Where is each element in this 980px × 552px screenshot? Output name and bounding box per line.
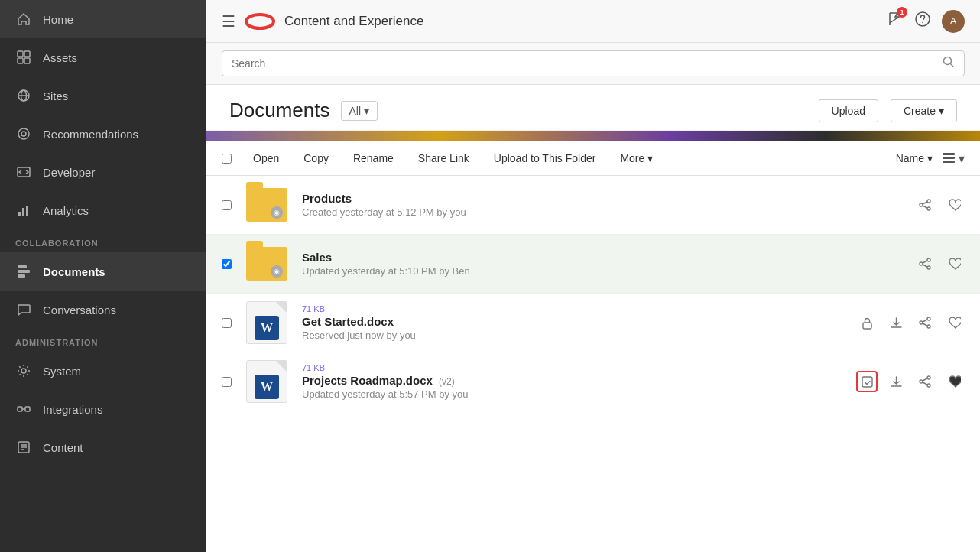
share-action-button[interactable] — [914, 194, 936, 216]
heart-icon — [947, 375, 961, 388]
file-list: ◉ Products Created yesterday at 5:12 PM … — [206, 176, 980, 552]
collaboration-section-label: COLLABORATION — [0, 229, 206, 252]
file-meta: Updated yesterday at 5:10 PM by Ben — [302, 265, 902, 277]
sidebar-item-system-label: System — [43, 365, 81, 378]
sidebar-item-home[interactable]: Home — [0, 0, 206, 38]
svg-point-24 — [246, 15, 274, 28]
upload-button[interactable]: Upload — [819, 99, 878, 122]
open-button[interactable]: Open — [242, 148, 290, 169]
view-toggle-button[interactable]: ▾ — [940, 150, 965, 167]
checkout-icon — [861, 375, 874, 388]
sidebar-item-recommendations[interactable]: Recommendations — [0, 115, 206, 153]
file-info: 71 KB Projects Roadmap.docx (v2) Updated… — [302, 363, 844, 400]
download-action-button[interactable] — [885, 371, 907, 392]
svg-rect-42 — [863, 323, 871, 329]
table-row: ◉ Products Created yesterday at 5:12 PM … — [206, 176, 980, 235]
sidebar-item-conversations[interactable]: Conversations — [0, 291, 206, 329]
rename-button[interactable]: Rename — [342, 148, 404, 169]
user-avatar[interactable]: A — [942, 10, 965, 33]
download-action-button[interactable] — [885, 312, 907, 333]
assets-icon — [15, 49, 32, 66]
topbar-actions: 1 A — [887, 10, 965, 33]
file-select-checkbox[interactable] — [222, 200, 232, 210]
more-button[interactable]: More ▾ — [609, 148, 664, 169]
favorite-action-button[interactable] — [943, 312, 965, 333]
search-input-wrap — [222, 50, 965, 76]
notifications-button[interactable]: 1 — [887, 11, 904, 31]
svg-point-32 — [927, 200, 930, 203]
sidebar-item-assets[interactable]: Assets — [0, 38, 206, 76]
share-icon — [918, 198, 932, 212]
integrations-icon — [15, 401, 32, 417]
sidebar-item-integrations-label: Integrations — [43, 403, 102, 416]
view-chevron-icon: ▾ — [959, 151, 965, 166]
create-button[interactable]: Create ▾ — [891, 99, 957, 122]
file-select-checkbox[interactable] — [222, 318, 232, 328]
sidebar-item-developer[interactable]: Developer — [0, 153, 206, 191]
filter-chevron-icon: ▾ — [364, 105, 369, 117]
heart-icon — [947, 198, 961, 212]
documents-header: Documents All ▾ Upload Create ▾ — [206, 85, 980, 131]
svg-rect-29 — [943, 153, 955, 155]
sidebar-item-home-label: Home — [43, 13, 73, 26]
share-action-button[interactable] — [914, 253, 936, 274]
toolbar-right: Name ▾ ▾ — [896, 150, 965, 167]
download-icon — [890, 375, 903, 388]
sidebar-item-system[interactable]: System — [0, 352, 206, 390]
administration-section-label: ADMINISTRATION — [0, 329, 206, 352]
file-info: Sales Updated yesterday at 5:10 PM by Be… — [302, 251, 902, 277]
table-row: W 71 KB Get Started.docx Reserved just n… — [206, 294, 980, 352]
file-select-checkbox[interactable] — [222, 259, 232, 269]
upload-to-folder-button[interactable]: Upload to This Folder — [483, 148, 607, 169]
lock-action-button[interactable] — [856, 312, 878, 333]
svg-rect-11 — [22, 208, 24, 216]
main-content: ☰ Content and Experience 1 A — [206, 0, 980, 552]
share-link-button[interactable]: Share Link — [407, 148, 480, 169]
svg-point-52 — [920, 380, 923, 383]
sidebar-item-content-label: Content — [43, 441, 83, 454]
list-view-icon — [940, 150, 957, 167]
search-input[interactable] — [232, 57, 936, 70]
file-meta: Reserved just now by you — [302, 330, 844, 341]
svg-point-51 — [927, 376, 930, 379]
oracle-logo — [245, 12, 275, 31]
system-icon — [15, 362, 32, 379]
sidebar-item-integrations[interactable]: Integrations — [0, 390, 206, 428]
svg-line-28 — [951, 64, 954, 67]
help-button[interactable] — [914, 11, 931, 31]
favorite-action-button[interactable] — [943, 253, 965, 274]
svg-point-34 — [927, 207, 930, 210]
checkout-action-button[interactable] — [856, 371, 878, 392]
svg-line-41 — [923, 265, 927, 267]
svg-rect-14 — [18, 270, 30, 273]
menu-button[interactable]: ☰ — [222, 12, 235, 31]
svg-point-46 — [927, 325, 930, 328]
copy-button[interactable]: Copy — [293, 148, 339, 169]
favorite-action-button[interactable] — [943, 371, 965, 392]
filter-button[interactable]: All ▾ — [341, 101, 378, 121]
file-select-checkbox[interactable] — [222, 377, 232, 387]
svg-point-37 — [927, 258, 930, 261]
share-action-button[interactable] — [914, 371, 936, 392]
word-icon: W — [255, 316, 279, 340]
help-icon — [914, 11, 931, 28]
decorative-banner — [206, 131, 980, 141]
svg-line-55 — [923, 382, 927, 385]
svg-rect-2 — [18, 58, 23, 63]
sort-name-button[interactable]: Name ▾ — [896, 152, 933, 164]
svg-point-7 — [18, 128, 29, 139]
sidebar-item-analytics[interactable]: Analytics — [0, 191, 206, 229]
topbar-title: Content and Experience — [284, 14, 878, 29]
folder-icon: ◉ — [246, 188, 287, 222]
svg-line-36 — [923, 206, 927, 208]
sidebar-item-documents[interactable]: Documents — [0, 252, 206, 291]
share-action-button[interactable] — [914, 312, 936, 333]
file-name: Projects Roadmap.docx (v2) — [302, 374, 844, 387]
sidebar-item-sites[interactable]: Sites — [0, 76, 206, 115]
notification-badge: 1 — [897, 7, 907, 18]
favorite-action-button[interactable] — [943, 194, 965, 216]
select-all-checkbox[interactable] — [222, 154, 232, 164]
file-meta: Created yesterday at 5:12 PM by you — [302, 206, 902, 218]
folder-icon: ◉ — [246, 247, 287, 281]
sidebar-item-content[interactable]: Content — [0, 428, 206, 466]
